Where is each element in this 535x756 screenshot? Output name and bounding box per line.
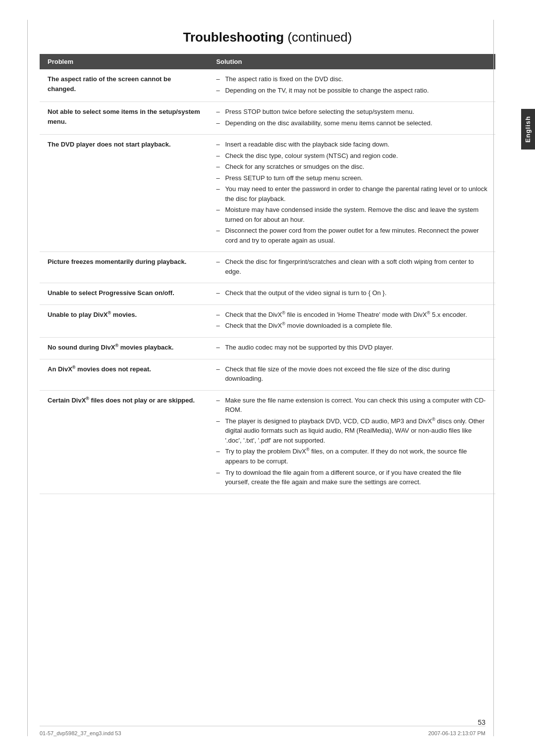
footer: 01-57_dvp5982_37_eng3.indd 53 2007-06-13… [40, 726, 485, 736]
col-header-problem: Problem [40, 54, 208, 69]
solution-item: Try to download the file again from a di… [216, 468, 487, 487]
solution-item: Check the disc type, colour system (NTSC… [216, 151, 487, 161]
col-header-solution: Solution [208, 54, 495, 69]
solution-cell: Check that the output of the video signa… [208, 283, 495, 305]
footer-left: 01-57_dvp5982_37_eng3.indd 53 [40, 730, 121, 736]
solution-item: The player is designed to playback DVD, … [216, 416, 487, 446]
solution-item: The audio codec may not be supported by … [216, 343, 487, 353]
solution-cell: The aspect ratio is fixed on the DVD dis… [208, 69, 495, 102]
problem-cell: Unable to play DivX® movies. [40, 304, 208, 338]
table-row: Unable to select Progressive Scan on/off… [40, 283, 495, 305]
solution-item: Press SETUP to turn off the setup menu s… [216, 173, 487, 183]
troubleshooting-table: Problem Solution The aspect ratio of the… [40, 54, 495, 494]
title-suffix: (continued) [284, 30, 352, 45]
table-row: Not able to select some items in the set… [40, 102, 495, 135]
solution-item: Check that the DivX® file is encoded in … [216, 310, 487, 320]
solution-item: Make sure the file name extension is cor… [216, 396, 487, 415]
table-row: No sound during DivX® movies playback.Th… [40, 338, 495, 359]
problem-cell: The DVD player does not start playback. [40, 135, 208, 252]
page-number: 53 [478, 718, 485, 726]
solution-item: The aspect ratio is fixed on the DVD dis… [216, 74, 487, 84]
solution-item: Check for any scratches or smudges on th… [216, 162, 487, 172]
solution-item: Check that the output of the video signa… [216, 288, 487, 298]
solution-cell: Check that file size of the movie does n… [208, 359, 495, 390]
solution-cell: Press STOP button twice before selecting… [208, 102, 495, 135]
page: English Troubleshooting (continued) Prob… [0, 0, 535, 756]
solution-cell: Make sure the file name extension is cor… [208, 390, 495, 494]
solution-item: Press STOP button twice before selecting… [216, 107, 487, 117]
problem-cell: Picture freezes momentarily during playb… [40, 252, 208, 283]
border-line-left [27, 20, 28, 736]
solution-cell: The audio codec may not be supported by … [208, 338, 495, 359]
table-row: The aspect ratio of the screen cannot be… [40, 69, 495, 102]
solution-item: Insert a readable disc with the playback… [216, 140, 487, 150]
problem-cell: Certain DivX® files does not play or are… [40, 390, 208, 494]
table-row: Unable to play DivX® movies.Check that t… [40, 304, 495, 338]
solution-item: Check that the DivX® movie downloaded is… [216, 321, 487, 331]
solution-cell: Check the disc for fingerprint/scratches… [208, 252, 495, 283]
page-title: Troubleshooting (continued) [40, 30, 495, 45]
solution-item: Check the disc for fingerprint/scratches… [216, 257, 487, 276]
table-row: Certain DivX® files does not play or are… [40, 390, 495, 494]
solution-item: Try to play the problem DivX® files, on … [216, 447, 487, 466]
footer-right: 2007-06-13 2:13:07 PM [428, 730, 485, 736]
problem-cell: Not able to select some items in the set… [40, 102, 208, 135]
solution-item: Check that file size of the movie does n… [216, 364, 487, 384]
solution-item: Depending on the TV, it may not be possi… [216, 86, 487, 96]
table-row: Picture freezes momentarily during playb… [40, 252, 495, 283]
language-tab: English [521, 109, 535, 150]
title-bold: Troubleshooting [183, 30, 284, 45]
solution-cell: Insert a readable disc with the playback… [208, 135, 495, 252]
problem-cell: An DivX® movies does not repeat. [40, 359, 208, 390]
solution-item: Moisture may have condensed inside the s… [216, 205, 487, 224]
solution-item: Disconnect the power cord from the power… [216, 226, 487, 245]
solution-item: You may need to enter the password in or… [216, 184, 487, 203]
problem-cell: The aspect ratio of the screen cannot be… [40, 69, 208, 102]
problem-cell: No sound during DivX® movies playback. [40, 338, 208, 359]
solution-item: Depending on the disc availability, some… [216, 118, 487, 128]
table-row: The DVD player does not start playback.I… [40, 135, 495, 252]
solution-cell: Check that the DivX® file is encoded in … [208, 304, 495, 338]
table-row: An DivX® movies does not repeat.Check th… [40, 359, 495, 390]
problem-cell: Unable to select Progressive Scan on/off… [40, 283, 208, 305]
